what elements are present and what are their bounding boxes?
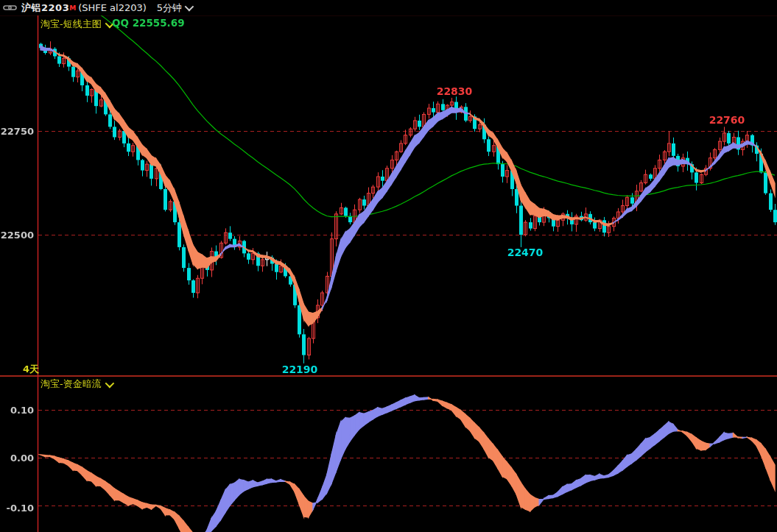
main-indicator-label: 淘宝-短线主图 bbox=[41, 18, 102, 31]
chevron-down-icon bbox=[185, 2, 194, 12]
symbol-name: 沪铝2203 bbox=[21, 1, 69, 15]
symbol-flag: M bbox=[69, 4, 76, 12]
chain-link-icon[interactable] bbox=[3, 4, 17, 12]
main-indicator-selector[interactable]: 淘宝-短线主图 bbox=[41, 18, 112, 31]
period-selector[interactable]: 5分钟 bbox=[157, 1, 191, 15]
trading-app-window: 沪铝2203 M (SHFE al2203) 5分钟 淘宝-短线主图 QQ 22… bbox=[0, 0, 777, 532]
symbol-exchange-code: (SHFE al2203) bbox=[78, 2, 147, 13]
sub-indicator-selector[interactable]: 淘宝-资金暗流 bbox=[41, 377, 112, 391]
sub-indicator-label: 淘宝-资金暗流 bbox=[41, 377, 102, 391]
top-bar: 沪铝2203 M (SHFE al2203) 5分钟 bbox=[0, 0, 777, 15]
period-label: 5分钟 bbox=[157, 1, 182, 15]
chart-canvas[interactable] bbox=[0, 0, 777, 532]
